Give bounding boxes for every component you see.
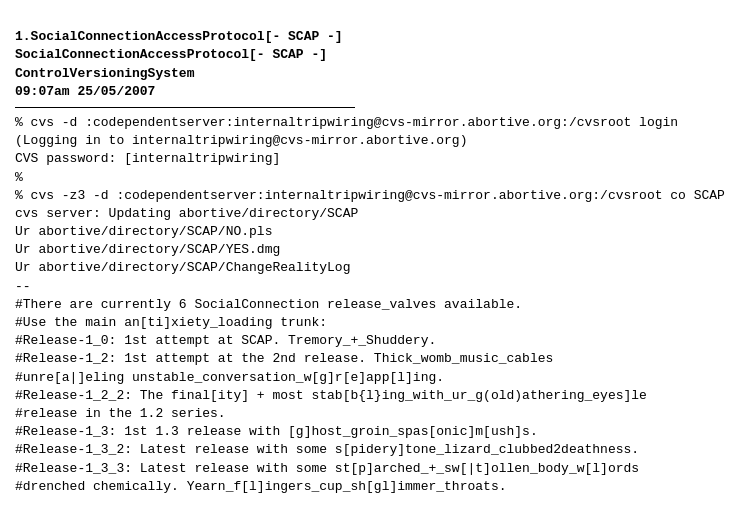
terminal-line: % bbox=[15, 169, 730, 187]
terminal-line: #Use the main an[ti]xiety_loading trunk: bbox=[15, 314, 730, 332]
terminal-line: % cvs -d :codependentserver:internaltrip… bbox=[15, 114, 730, 132]
terminal-line: #Release-1_2_2: The final[ity] + most st… bbox=[15, 387, 730, 405]
terminal-line: ControlVersioningSystem bbox=[15, 65, 730, 83]
terminal-line: % cvs -z3 -d :codependentserver:internal… bbox=[15, 187, 730, 205]
terminal-line: SocialConnectionAccessProtocol[- SCAP -] bbox=[15, 46, 730, 64]
section-divider bbox=[15, 107, 355, 108]
terminal-line: Ur abortive/directory/SCAP/ChangeReality… bbox=[15, 259, 730, 277]
terminal-line: cvs server: Updating abortive/directory/… bbox=[15, 205, 730, 223]
terminal-line: #There are currently 6 SocialConnection … bbox=[15, 296, 730, 314]
terminal-line: 09:07am 25/05/2007 bbox=[15, 83, 730, 101]
terminal-line: #Release-1_3_3: Latest release with some… bbox=[15, 460, 730, 478]
terminal-line: Ur abortive/directory/SCAP/YES.dmg bbox=[15, 241, 730, 259]
terminal-line: #release in the 1.2 series. bbox=[15, 405, 730, 423]
terminal-line: CVS password: [internaltripwiring] bbox=[15, 150, 730, 168]
terminal-line: (Logging in to internaltripwiring@cvs-mi… bbox=[15, 132, 730, 150]
terminal-output: 1.SocialConnectionAccessProtocol[- SCAP … bbox=[15, 10, 730, 496]
terminal-line: #Release-1_2: 1st attempt at the 2nd rel… bbox=[15, 350, 730, 368]
terminal-line: #Release-1_3: 1st 1.3 release with [g]ho… bbox=[15, 423, 730, 441]
terminal-line: #Release-1_0: 1st attempt at SCAP. Tremo… bbox=[15, 332, 730, 350]
terminal-line: #Release-1_3_2: Latest release with some… bbox=[15, 441, 730, 459]
terminal-line: -- bbox=[15, 278, 730, 296]
terminal-line: Ur abortive/directory/SCAP/NO.pls bbox=[15, 223, 730, 241]
terminal-line: #unre[a|]eling unstable_conversation_w[g… bbox=[15, 369, 730, 387]
terminal-line: #drenched chemically. Yearn_f[l]ingers_c… bbox=[15, 478, 730, 496]
terminal-line: 1.SocialConnectionAccessProtocol[- SCAP … bbox=[15, 28, 730, 46]
